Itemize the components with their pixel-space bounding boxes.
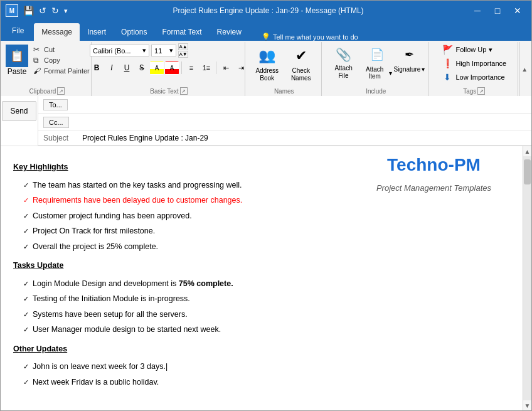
signature-label[interactable]: Signature▾	[393, 66, 425, 73]
quick-access-save[interactable]: 💾	[23, 6, 34, 16]
underline-button[interactable]: U	[120, 61, 134, 75]
low-importance-button[interactable]: ⬇ Low Importance	[439, 71, 507, 83]
paste-button[interactable]: 📋 Paste	[3, 43, 31, 77]
attach-item-icon: 📄	[367, 45, 387, 65]
checkmark-icon: ✓	[23, 324, 29, 336]
list-item: ✓ The team has started on the key tasks …	[23, 178, 510, 193]
scrollbar-track[interactable]	[523, 156, 531, 400]
scrollbar-thumb[interactable]	[524, 159, 531, 184]
tags-expander[interactable]: ↗	[477, 87, 485, 95]
attach-item-label[interactable]: Attach Item▾	[361, 66, 393, 80]
low-importance-icon: ⬇	[442, 72, 453, 82]
format-painter-icon: 🖌	[33, 67, 42, 75]
ribbon-scroll-up[interactable]: ▲	[519, 42, 529, 96]
scrollbar-up-arrow[interactable]: ▲	[523, 146, 532, 156]
checkmark-icon: ✓	[23, 241, 29, 254]
decrease-indent-button[interactable]: ⇤	[219, 61, 233, 75]
cc-row: Cc...	[38, 114, 531, 131]
follow-up-button[interactable]: 🚩 Follow Up ▾	[439, 43, 495, 56]
list-item: ✓ John is on leave next week for 3 days.…	[23, 360, 510, 374]
quick-access-dropdown[interactable]: ▾	[64, 7, 68, 15]
tab-file[interactable]: File	[2, 21, 34, 41]
attach-file-button[interactable]: 📎 Attach File	[327, 43, 360, 81]
list-item: ✓ Project On Track for first milestone.	[23, 224, 510, 238]
subject-row: Subject	[38, 131, 531, 146]
basic-text-expander[interactable]: ↗	[180, 87, 188, 95]
cc-input[interactable]	[72, 117, 526, 128]
close-button[interactable]: ✕	[509, 3, 526, 18]
basic-text-group: Calibri (Bo...▾ 11▾ A▲ A▼ B I U	[93, 42, 245, 96]
to-row: To...	[38, 96, 531, 114]
tell-me-input[interactable]: 💡 Tell me what you want to do	[249, 33, 531, 41]
attach-item-button[interactable]: 📄	[364, 43, 390, 66]
cut-button[interactable]: ✂ Cut	[32, 45, 91, 55]
checkmark-icon: ✓	[23, 293, 29, 306]
tab-options[interactable]: Options	[114, 23, 154, 41]
ribbon: File Message Insert Options Format Text …	[1, 21, 531, 96]
window-controls: ─ □ ✕	[469, 3, 526, 18]
include-group: 📎 Attach File 📄 Attach Item▾ ✒	[323, 42, 429, 96]
header-fields: Send To... Cc... Subject	[1, 96, 531, 146]
cc-button[interactable]: Cc...	[43, 117, 69, 128]
minimize-button[interactable]: ─	[469, 3, 486, 18]
ribbon-content: 📋 Paste ✂ Cut ⧉ Copy 🖌	[1, 41, 531, 96]
highlight-button[interactable]: A	[150, 61, 164, 75]
list-item: ✓ User Manager module design to be start…	[23, 323, 510, 337]
strikethrough-button[interactable]: S̶	[135, 61, 149, 75]
address-book-button[interactable]: 👥 Address Book	[252, 43, 283, 83]
checkmark-icon: ✓	[23, 376, 29, 385]
subject-input[interactable]	[81, 132, 526, 144]
paste-label: Paste	[8, 67, 27, 76]
send-button[interactable]: Send	[2, 101, 36, 121]
quick-access-undo[interactable]: ↺	[39, 6, 46, 16]
scrollbar-down-arrow[interactable]: ▼	[523, 400, 532, 410]
send-area: Send	[1, 96, 38, 146]
size-decrease-button[interactable]: A▼	[178, 51, 188, 58]
list-item: ✓ Overall the project is 25% complete.	[23, 240, 510, 254]
size-dropdown[interactable]: 11▾	[151, 45, 176, 56]
tab-review[interactable]: Review	[210, 23, 249, 41]
address-book-icon: 👥	[256, 45, 279, 67]
tab-format-text[interactable]: Format Text	[154, 23, 209, 41]
clipboard-expander[interactable]: ↗	[57, 87, 65, 95]
tab-message[interactable]: Message	[34, 23, 80, 41]
bullets-button[interactable]: ≡	[184, 61, 198, 75]
checkmark-icon: ✓	[23, 361, 29, 373]
numbering-button[interactable]: 1≡	[200, 61, 213, 75]
increase-indent-button[interactable]: ⇥	[234, 61, 248, 75]
checkmark-icon: ✓	[23, 309, 29, 321]
format-painter-button[interactable]: 🖌 Format Painter	[32, 66, 91, 76]
main-content: Send To... Cc... Subject	[1, 96, 531, 410]
high-importance-button[interactable]: ❗ High Importance	[439, 57, 509, 70]
font-dropdown[interactable]: Calibri (Bo...▾	[90, 45, 149, 56]
key-highlights-title: Key Highlights	[13, 160, 510, 174]
checkmark-icon: ✓	[23, 278, 29, 291]
other-updates-list: ✓ John is on leave next week for 3 days.…	[13, 360, 510, 385]
italic-button[interactable]: I	[105, 61, 119, 75]
size-increase-button[interactable]: A▲	[178, 43, 188, 50]
to-button[interactable]: To...	[43, 99, 68, 110]
email-compose: Send To... Cc... Subject	[1, 96, 531, 410]
high-importance-icon: ❗	[442, 58, 453, 68]
to-input[interactable]	[70, 99, 526, 110]
list-item: ✓ Login Module Design and development is…	[23, 277, 510, 291]
list-item: ✓ Requirements have been delayed due to …	[23, 193, 510, 208]
check-names-button[interactable]: ✔ Check Names	[285, 43, 317, 83]
font-color-button[interactable]: A	[165, 61, 179, 75]
list-item: ✓ Customer project funding has been appr…	[23, 209, 510, 223]
scrollbar: ▲ ▼	[523, 146, 531, 410]
tab-insert[interactable]: Insert	[80, 23, 114, 41]
list-item: ✓ Next week Friday is a public holiday.	[23, 375, 510, 385]
quick-access-redo[interactable]: ↻	[51, 6, 59, 16]
names-group: 👥 Address Book ✔ Check Names Names	[247, 42, 322, 96]
maximize-button[interactable]: □	[489, 3, 506, 18]
tasks-list: ✓ Login Module Design and development is…	[13, 277, 510, 337]
compose-body[interactable]: Techno-PM Project Management Templates K…	[1, 146, 523, 385]
subject-label: Subject	[43, 134, 81, 142]
checkmark-icon: ✓	[23, 195, 29, 207]
window-title: Project Rules Engine Update : Jan-29 - M…	[173, 6, 363, 15]
signature-button[interactable]: ✒	[396, 43, 422, 66]
other-updates-title: Other Updates	[13, 342, 510, 356]
bold-button[interactable]: B	[90, 61, 104, 75]
copy-button[interactable]: ⧉ Copy	[32, 55, 91, 65]
